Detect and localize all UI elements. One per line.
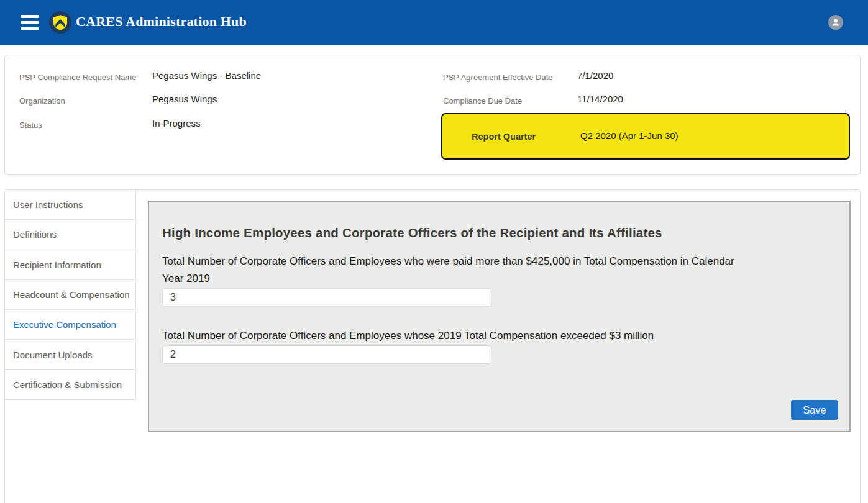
- user-avatar-icon[interactable]: [828, 15, 843, 30]
- field-value: Pegasus Wings - Baseline: [152, 70, 261, 81]
- sidebar-item-document-uploads[interactable]: Document Uploads: [5, 340, 136, 369]
- field-label: Organization: [19, 96, 65, 106]
- section-sidebar: User Instructions Definitions Recipient …: [5, 190, 136, 400]
- compliance-info-card: PSP Compliance Request Name Pegasus Wing…: [4, 55, 861, 175]
- field-label: PSP Compliance Request Name: [19, 73, 136, 82]
- page: CARES Administration Hub PSP Compliance …: [0, 0, 868, 503]
- hamburger-menu-icon[interactable]: [21, 15, 39, 30]
- app-title: CARES Administration Hub: [76, 14, 247, 30]
- field-value: 11/14/2020: [577, 94, 623, 104]
- executive-compensation-panel: High Income Employees and Corporate Offi…: [148, 201, 851, 432]
- question-2-input[interactable]: [162, 345, 491, 364]
- field-label: PSP Agreement Effective Date: [443, 73, 553, 82]
- field-value: In-Progress: [152, 118, 201, 129]
- shield-logo-icon: [49, 11, 71, 34]
- save-button[interactable]: Save: [791, 400, 838, 420]
- sidebar-item-recipient-information[interactable]: Recipient Information: [5, 250, 136, 280]
- sidebar-item-user-instructions[interactable]: User Instructions: [5, 190, 136, 220]
- top-navbar: CARES Administration Hub: [0, 0, 868, 45]
- sidebar-item-certification-submission[interactable]: Certification & Submission: [5, 370, 136, 400]
- question-2-label: Total Number of Corporate Officers and E…: [162, 327, 654, 345]
- question-1-label: Total Number of Corporate Officers and E…: [162, 253, 749, 288]
- field-label: Compliance Due Date: [443, 96, 522, 106]
- report-quarter-label: Report Quarter: [472, 132, 536, 142]
- sidebar-item-headcount-compensation[interactable]: Headcount & Compensation: [5, 280, 136, 310]
- panel-heading: High Income Employees and Corporate Offi…: [162, 225, 662, 240]
- report-quarter-value: Q2 2020 (Apr 1-Jun 30): [580, 130, 678, 141]
- field-value: Pegasus Wings: [152, 94, 217, 104]
- report-quarter-highlight: Report Quarter Q2 2020 (Apr 1-Jun 30): [441, 113, 850, 160]
- form-section-card: User Instructions Definitions Recipient …: [4, 189, 861, 503]
- field-label: Status: [19, 120, 42, 130]
- field-value: 7/1/2020: [577, 70, 613, 81]
- question-1-input[interactable]: [162, 288, 491, 307]
- sidebar-item-executive-compensation[interactable]: Executive Compensation: [5, 310, 136, 340]
- sidebar-item-definitions[interactable]: Definitions: [5, 220, 136, 250]
